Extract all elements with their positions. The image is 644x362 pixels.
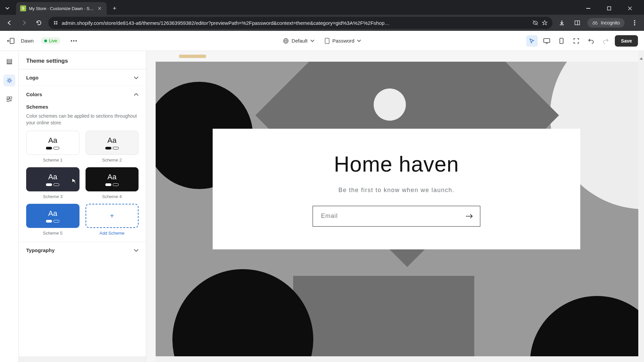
email-input[interactable]: [313, 206, 459, 226]
tab-title: My Store · Customize Dawn · S…: [29, 6, 94, 11]
page-dropdown[interactable]: Password: [324, 38, 361, 44]
theme-editor-app: Dawn Live Default Password: [0, 31, 644, 362]
exit-editor-button[interactable]: [6, 36, 15, 46]
scheme-label-5: Scheme 5: [43, 231, 63, 236]
preview-canvas[interactable]: Home haven Be the first to know when we …: [156, 62, 644, 356]
url-text: admin.shopify.com/store/de8143-a6/themes…: [62, 20, 529, 26]
maximize-button[interactable]: [602, 3, 616, 14]
eye-off-icon[interactable]: [532, 20, 538, 26]
preview-hscroll[interactable]: [156, 356, 644, 362]
minimize-button[interactable]: [581, 3, 596, 14]
sidebar-hscroll[interactable]: [19, 356, 146, 362]
close-icon: [98, 7, 101, 10]
bookmark-icon[interactable]: [542, 20, 548, 26]
scheme-label-2: Scheme 2: [102, 158, 122, 163]
close-tab-button[interactable]: [97, 5, 103, 11]
live-label: Live: [49, 38, 57, 43]
app-header: Dawn Live Default Password: [0, 31, 644, 51]
scheme-swatch-1[interactable]: Aa: [26, 131, 79, 155]
incognito-indicator[interactable]: Incognito: [587, 18, 625, 27]
svg-point-9: [595, 22, 597, 24]
nav-rail: [0, 51, 19, 362]
nav-forward-button[interactable]: [19, 17, 30, 28]
rail-apps-button[interactable]: [3, 93, 15, 105]
svg-point-27: [8, 79, 10, 81]
section-colors-label: Colors: [26, 92, 42, 97]
svg-rect-21: [544, 39, 550, 43]
chevron-down-icon: [134, 76, 139, 79]
tab-strip: S My Store · Customize Dawn · S… +: [0, 0, 644, 15]
minimize-icon: [586, 8, 590, 9]
section-typography-label: Typography: [26, 247, 55, 253]
add-scheme-button[interactable]: +: [86, 204, 139, 228]
site-settings-icon[interactable]: [53, 20, 58, 25]
theme-more-button[interactable]: [68, 36, 79, 46]
svg-point-14: [71, 40, 72, 42]
svg-point-16: [75, 40, 77, 42]
save-button[interactable]: Save: [615, 35, 638, 47]
viewport-fullscreen-button[interactable]: [571, 35, 582, 47]
incognito-label: Incognito: [601, 20, 620, 25]
scheme-label-4: Scheme 4: [102, 194, 122, 199]
downloads-button[interactable]: [556, 17, 567, 28]
decorative-shape: [293, 276, 474, 356]
scheme-swatch-2[interactable]: Aa: [86, 131, 139, 155]
svg-rect-6: [575, 21, 580, 25]
signup-heading: Home haven: [334, 152, 459, 177]
nav-back-button[interactable]: [4, 17, 15, 28]
scheme-swatch-4[interactable]: Aa: [86, 167, 139, 191]
preview-vscroll[interactable]: [638, 51, 644, 362]
scheme-swatch-5[interactable]: Aa: [26, 204, 79, 228]
sidebar-scroll[interactable]: Theme settings Logo Colors Schemes Color…: [19, 51, 146, 356]
viewport-mobile-button[interactable]: [556, 35, 567, 47]
viewport-desktop-button[interactable]: [541, 35, 552, 47]
panel-icon: [574, 20, 580, 26]
desktop-icon: [543, 38, 550, 44]
browser-menu-button[interactable]: [629, 17, 640, 28]
section-colors[interactable]: Colors: [19, 86, 146, 103]
svg-rect-24: [7, 59, 12, 61]
svg-rect-5: [56, 23, 57, 24]
side-panel-button[interactable]: [572, 17, 583, 28]
preview-thumbnail: [179, 55, 206, 58]
arrow-right-icon: [465, 214, 473, 219]
rail-theme-settings-button[interactable]: [3, 74, 15, 86]
reload-icon: [36, 20, 42, 26]
svg-point-10: [634, 20, 635, 21]
tab-search-dropdown[interactable]: [3, 4, 12, 13]
add-scheme-label: Add Scheme: [100, 231, 124, 236]
window-controls: [581, 3, 641, 14]
maximize-icon: [607, 6, 611, 10]
svg-rect-20: [325, 38, 329, 44]
inspector-button[interactable]: [526, 35, 538, 47]
svg-rect-23: [560, 38, 563, 44]
email-submit-button[interactable]: [459, 206, 480, 226]
download-icon: [559, 20, 565, 26]
svg-point-12: [634, 24, 635, 25]
status-dot-icon: [44, 40, 47, 42]
section-typography[interactable]: Typography: [19, 242, 146, 258]
chevron-down-icon: [5, 7, 9, 10]
gear-icon: [6, 77, 12, 83]
svg-rect-28: [7, 97, 9, 99]
close-window-button[interactable]: [623, 3, 637, 14]
redo-button[interactable]: [600, 35, 611, 47]
browser-tab[interactable]: S My Store · Customize Dawn · S…: [16, 2, 107, 15]
settings-sidebar: Theme settings Logo Colors Schemes Color…: [19, 51, 146, 362]
scheme-swatch-3[interactable]: Aa: [26, 167, 79, 191]
chevron-up-icon: [134, 93, 139, 96]
more-horizontal-icon: [71, 40, 77, 42]
section-logo[interactable]: Logo: [19, 69, 146, 86]
url-bar[interactable]: admin.shopify.com/store/de8143-a6/themes…: [48, 17, 552, 29]
kebab-icon: [634, 20, 635, 26]
scheme-sample-text: Aa: [48, 136, 57, 145]
rail-sections-button[interactable]: [3, 56, 15, 68]
scheme-sample-text: Aa: [48, 209, 57, 218]
browser-chrome: S My Store · Customize Dawn · S… + admin…: [0, 0, 644, 31]
nav-reload-button[interactable]: [34, 17, 44, 28]
new-tab-button[interactable]: +: [109, 3, 120, 14]
template-dropdown[interactable]: Default: [283, 38, 314, 44]
mobile-icon: [559, 38, 564, 44]
undo-button[interactable]: [585, 35, 597, 47]
schemes-heading: Schemes: [26, 104, 139, 110]
